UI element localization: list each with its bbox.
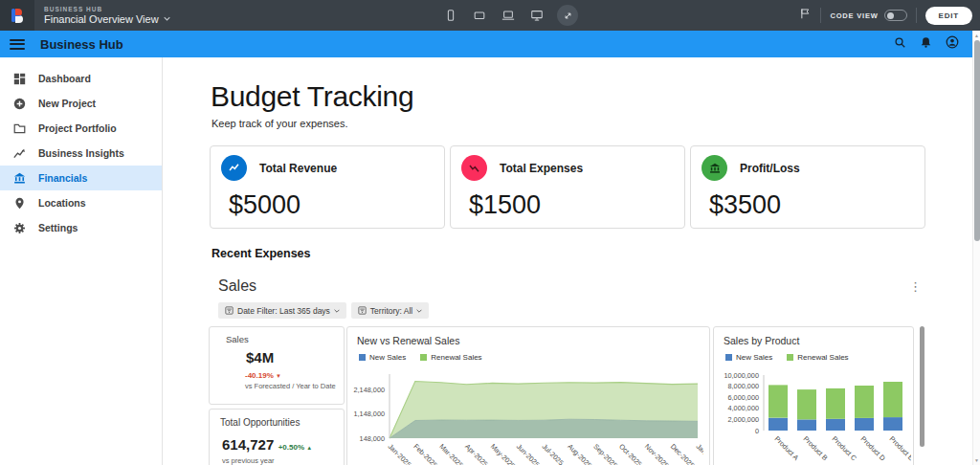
svg-text:1,148,000: 1,148,000 (354, 410, 385, 418)
kpi-value: $3500 (709, 190, 781, 220)
builder-app-titles: BUSINESS HUB Financial Overview View (44, 6, 170, 24)
sidebar-nav: Dashboard New Project Project Portfolio … (0, 57, 163, 465)
insights-chart-icon (12, 146, 26, 160)
svg-text:Product A: Product A (773, 434, 801, 462)
sidebar-item-financials[interactable]: Financials (0, 166, 162, 190)
hamburger-menu-icon[interactable] (10, 39, 25, 50)
sidebar-item-dashboard[interactable]: Dashboard (0, 66, 162, 91)
kpi-card-total-expenses: Total Expenses $1500 (450, 145, 685, 229)
sales-dashboard-title: Sales (218, 277, 256, 295)
chevron-down-icon (164, 16, 170, 21)
territory-filter-chip[interactable]: Territory: All (351, 302, 429, 319)
kpi-context: vs previous year (222, 456, 275, 465)
view-selector[interactable]: Financial Overview View (44, 13, 170, 25)
svg-text:May-2025: May-2025 (489, 442, 517, 465)
svg-text:Aug-2025: Aug-2025 (566, 442, 593, 465)
territory-filter-label: Territory: All (370, 306, 412, 316)
page-subtitle: Keep track of your expenses. (212, 118, 347, 129)
svg-text:Jan-2026: Jan-2026 (695, 442, 703, 465)
sidebar-item-label: Financials (38, 172, 87, 184)
builder-top-bar: BUSINESS HUB Financial Overview View (0, 0, 980, 31)
trend-down-icon (461, 155, 487, 181)
embed-scrollbar-thumb[interactable] (920, 326, 924, 447)
svg-text:2,148,000: 2,148,000 (354, 386, 385, 394)
kpi-delta: -40.19% ▼ (245, 371, 281, 380)
kebab-menu-icon[interactable]: ⋮ (909, 280, 922, 293)
new-vs-renewal-chart-card: New vs Renewal Sales New Sales Renewal S… (346, 326, 710, 465)
scroll-up-arrow[interactable]: ▲ (973, 33, 980, 38)
kpi-value-row: 614,727 +0.50% ▲ (222, 436, 312, 454)
chart-legend: New Sales Renewal Sales (359, 353, 482, 362)
sales-kpi-card: Sales $4M -40.19% ▼ vs Forecasted / Year… (209, 326, 345, 405)
expand-icon[interactable] (557, 5, 578, 26)
sidebar-item-business-insights[interactable]: Business Insights (0, 141, 162, 166)
svg-text:Jul-2025: Jul-2025 (541, 442, 566, 465)
svg-text:Product C: Product C (831, 434, 858, 462)
sidebar-item-label: Business Insights (38, 147, 124, 159)
flag-icon[interactable] (799, 7, 812, 24)
page-scrollbar[interactable]: ▲ ▼ (972, 31, 980, 465)
account-icon[interactable] (946, 35, 959, 53)
kpi-value: 614,727 (222, 436, 274, 453)
phone-icon[interactable] (442, 7, 459, 24)
legend-item-new-sales: New Sales (725, 353, 772, 362)
builder-logo[interactable] (0, 0, 34, 31)
desktop-icon[interactable] (528, 7, 546, 24)
kpi-context: vs Forecasted / Year to Date (245, 382, 336, 390)
code-view-label: CODE VIEW (830, 11, 878, 20)
builder-logo-icon (10, 8, 25, 23)
svg-text:2,000,000: 2,000,000 (728, 415, 759, 424)
kpi-label: Total Expenses (500, 162, 583, 175)
page-scrollbar-thumb[interactable] (974, 40, 980, 241)
up-arrow-icon: ▲ (306, 445, 312, 451)
bank-icon (12, 171, 26, 185)
folder-icon (12, 122, 26, 135)
sidebar-item-project-portfolio[interactable]: Project Portfolio (0, 116, 162, 141)
bank-icon (702, 155, 727, 181)
svg-text:Nov-2025: Nov-2025 (643, 442, 671, 465)
svg-text:4,000,000: 4,000,000 (728, 404, 759, 412)
add-circle-icon (12, 97, 26, 110)
kpi-value: $1500 (469, 190, 541, 220)
section-title: Recent Expenses (212, 247, 311, 260)
svg-text:Feb-2025: Feb-2025 (412, 442, 438, 465)
filter-icon (225, 306, 234, 315)
svg-text:Mar-2025: Mar-2025 (437, 442, 464, 465)
kpi-card-total-revenue: Total Revenue $5000 (210, 145, 445, 229)
tablet-icon[interactable] (471, 7, 488, 24)
svg-text:148,000: 148,000 (360, 434, 385, 443)
location-pin-icon (12, 196, 26, 210)
svg-text:Jun-2025: Jun-2025 (515, 442, 542, 465)
app-title: Business Hub (40, 37, 123, 52)
svg-text:Dec-2025: Dec-2025 (669, 442, 697, 465)
legend-item-renewal-sales: Renewal Sales (787, 353, 848, 362)
chevron-down-icon (334, 309, 340, 313)
code-view-control: CODE VIEW (830, 10, 906, 21)
sidebar-item-new-project[interactable]: New Project (0, 91, 162, 116)
divider (916, 8, 917, 23)
legend-swatch (787, 354, 793, 361)
scroll-down-arrow[interactable]: ▼ (973, 457, 980, 463)
sidebar-item-locations[interactable]: Locations (0, 190, 162, 215)
notifications-bell-icon[interactable] (920, 35, 932, 53)
kpi-label: Total Revenue (259, 162, 337, 175)
sidebar-item-settings[interactable]: Settings (0, 215, 162, 240)
legend-item-new-sales: New Sales (359, 353, 406, 362)
date-filter-chip[interactable]: Date Filter: Last 365 days (218, 302, 346, 319)
date-filter-label: Date Filter: Last 365 days (237, 306, 330, 316)
page-title: Budget Tracking (211, 80, 413, 113)
laptop-icon[interactable] (500, 7, 517, 24)
area-chart: 148,0001,148,0002,148,000Jan-2025Feb-202… (347, 369, 703, 465)
code-view-toggle[interactable] (884, 10, 907, 21)
edit-button[interactable]: EDIT (925, 7, 972, 25)
down-arrow-icon: ▼ (276, 373, 281, 379)
kpi-delta: +0.50% ▲ (278, 443, 313, 452)
legend-item-renewal-sales: Renewal Sales (420, 353, 481, 362)
svg-text:8,000,000: 8,000,000 (728, 382, 759, 390)
legend-swatch (359, 354, 366, 361)
total-opportunities-card: Total Opportunities 614,727 +0.50% ▲ vs … (209, 409, 345, 465)
kpi-label: Sales (226, 334, 249, 344)
kpi-value: $4M (246, 349, 274, 365)
search-icon[interactable] (894, 35, 906, 53)
svg-text:6,000,000: 6,000,000 (728, 393, 759, 402)
